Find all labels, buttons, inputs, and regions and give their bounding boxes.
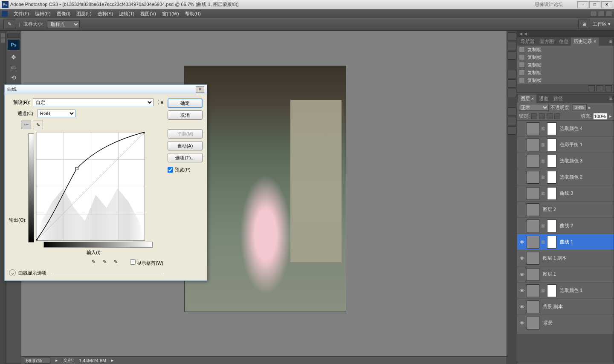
maximize-button[interactable]: □ [589,1,600,8]
curve-point-tool[interactable]: 〰 [21,121,31,129]
layer-thumbnail[interactable] [527,139,539,151]
link-icon[interactable]: ⛓ [541,240,545,244]
link-icon[interactable]: ⛓ [541,127,545,131]
visibility-toggle[interactable] [519,158,525,164]
menu-view[interactable]: 视图(V) [138,10,159,18]
layer-thumbnail[interactable] [527,236,539,248]
layer-thumbnail[interactable] [527,300,539,313]
dock-icon[interactable] [508,42,516,50]
blend-mode-select[interactable]: 正常 [519,104,549,111]
doc-minimize-button[interactable] [590,11,597,17]
layer-mask-thumbnail[interactable] [547,171,556,184]
dock-icon[interactable] [508,107,516,116]
panel-menu-icon[interactable]: ≡ [607,38,613,45]
tab-info[interactable]: 信息 [556,38,571,46]
layer-mask-thumbnail[interactable] [547,187,556,200]
opacity-input[interactable] [572,104,587,110]
dialog-close-button[interactable]: ✕ [196,86,204,93]
menu-edit[interactable]: 编辑(E) [32,10,53,18]
close-button[interactable]: ✕ [601,1,612,8]
toolbox-grip[interactable] [7,33,20,38]
preview-checkbox[interactable] [168,167,173,173]
visibility-toggle[interactable]: 👁 [519,288,525,294]
menu-filter[interactable]: 滤镜(T) [116,10,137,18]
tab-history[interactable]: 历史记录 × [571,38,599,46]
layer-thumbnail[interactable] [527,268,539,281]
layer-mask-thumbnail[interactable] [547,284,556,297]
current-tool-icon[interactable]: ✎ [3,20,15,29]
layer-name[interactable]: 色彩平衡 1 [558,142,612,148]
history-item[interactable]: 复制帧 [517,53,614,61]
curve-pencil-tool[interactable]: ✎ [33,121,43,129]
layer-row[interactable]: 👁背景 副本 [517,299,614,315]
tab-layers[interactable]: 图层 × [518,95,536,103]
fill-input[interactable] [593,113,608,120]
visibility-toggle[interactable] [519,174,525,180]
history-item[interactable]: 复制帧 [517,69,614,76]
layer-name[interactable]: 选取颜色 3 [558,158,612,164]
tab-navigator[interactable]: 导航器 [518,38,537,46]
screen-mode-icon[interactable]: 🖥 [578,20,590,29]
layer-thumbnail[interactable] [527,317,539,329]
visibility-toggle[interactable]: 👁 [519,320,525,326]
move-tool[interactable]: ✥ [8,52,20,62]
tab-channels[interactable]: 通道 [536,95,551,103]
lasso-tool[interactable]: ⟲ [8,73,20,82]
auto-button[interactable]: 自动(A) [168,141,203,150]
layer-thumbnail[interactable] [527,284,539,297]
layer-row[interactable]: ⛓曲线 2 [517,218,614,234]
preset-menu-icon[interactable]: ⋮≡ [156,100,163,105]
link-icon[interactable]: ⛓ [541,191,545,196]
dock-icon[interactable] [508,51,516,60]
visibility-toggle[interactable] [519,126,525,132]
preset-select[interactable]: 自定 [33,98,154,106]
history-snapshot-icon[interactable] [588,85,595,91]
layer-name[interactable]: 图层 1 副本 [541,255,612,261]
layer-row[interactable]: 👁背景 [517,315,614,331]
cancel-button[interactable]: 取消 [168,110,203,120]
layer-name[interactable]: 选取颜色 2 [558,174,612,180]
layer-name[interactable]: 背景 副本 [541,303,612,310]
menu-layer[interactable]: 图层(L) [74,10,94,18]
layer-row[interactable]: ⛓曲线 3 [517,185,614,202]
expand-options-button[interactable]: ⌄ [9,269,16,276]
link-icon[interactable]: ⛓ [541,224,545,228]
lock-all-icon[interactable] [554,113,560,119]
layer-row[interactable]: 👁⛓曲线 1 [517,234,614,250]
layer-thumbnail[interactable] [527,122,539,135]
workspace-menu[interactable]: 工作区 ▾ [593,21,611,27]
visibility-toggle[interactable]: 👁 [519,304,525,310]
layer-row[interactable]: 👁图层 1 副本 [517,250,614,266]
history-item[interactable]: 复制帧 [517,46,614,53]
layer-name[interactable]: 图层 1 [541,271,612,277]
history-item[interactable]: 复制帧 [517,76,614,84]
lock-transparent-icon[interactable] [531,113,537,119]
visibility-toggle[interactable] [519,207,525,213]
link-icon[interactable]: ⛓ [541,143,545,147]
link-icon[interactable]: ⛓ [541,289,545,293]
curves-plot[interactable] [36,132,145,241]
layer-thumbnail[interactable] [527,171,539,184]
dock-icon[interactable] [508,117,516,125]
layer-name[interactable]: 曲线 1 [558,239,612,245]
visibility-toggle[interactable] [519,142,525,148]
menu-image[interactable]: 图像(I) [54,10,73,18]
visibility-toggle[interactable]: 👁 [519,272,525,277]
layer-name[interactable]: 背景 [541,320,612,326]
layer-mask-thumbnail[interactable] [547,236,556,248]
layer-row[interactable]: 👁⛓选取颜色 1 [517,283,614,299]
layer-mask-thumbnail[interactable] [547,139,556,151]
doc-close-button[interactable] [605,11,612,17]
lock-position-icon[interactable] [547,113,553,119]
doc-restore-button[interactable] [598,11,605,17]
minimize-button[interactable]: – [577,1,588,8]
layer-name[interactable]: 选取颜色 1 [558,287,612,294]
channel-select[interactable]: RGB [37,110,75,117]
layer-row[interactable]: 👁图层 1 [517,266,614,283]
link-icon[interactable]: ⛓ [541,159,545,163]
dock-icon[interactable] [508,79,516,88]
zoom-input[interactable] [25,358,50,364]
layer-name[interactable]: 图层 2 [541,206,612,213]
smooth-button[interactable]: 平滑(M) [168,129,203,139]
tab-paths[interactable]: 路径 [551,95,565,103]
